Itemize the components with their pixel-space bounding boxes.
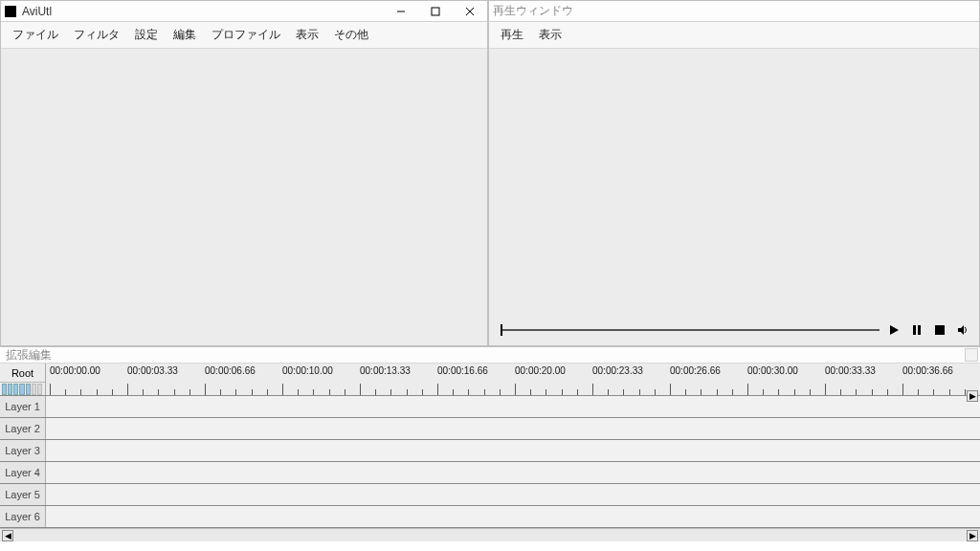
playback-client-area [489,49,979,345]
layer-track[interactable] [46,440,980,461]
menu-settings[interactable]: 設定 [129,25,164,45]
layer-label[interactable]: Layer 5 [0,484,46,505]
ext-title: 拡張編集 [6,347,52,364]
menu-play-view[interactable]: 表示 [533,25,568,45]
seek-thumb[interactable] [501,324,502,336]
svg-rect-6 [918,325,921,335]
layer-label[interactable]: Layer 1 [0,396,46,417]
root-label[interactable]: Root [0,364,45,383]
layer-track[interactable] [46,506,980,527]
playback-titlebar[interactable]: 再生ウィンドウ [489,1,979,22]
layers-container: Layer 1Layer 2Layer 3Layer 4Layer 5Layer… [0,396,980,528]
layer-track[interactable] [46,484,980,505]
layer-track[interactable] [46,396,980,417]
main-titlebar[interactable]: AviUtl [1,1,487,22]
close-button[interactable] [453,1,487,22]
root-cell: Root [0,364,46,395]
extended-editing-window: 拡張編集 Root 00:00:00.0000:00:03.3300:00:06… [0,346,980,541]
layer-label[interactable]: Layer 3 [0,440,46,461]
pause-button[interactable] [908,321,925,339]
scroll-left-icon[interactable]: ◀ [2,530,13,541]
menu-profile[interactable]: プロファイル [206,25,286,45]
time-label: 00:00:16.66 [437,365,488,376]
layer-row[interactable]: Layer 2 [0,418,980,440]
aviutl-main-window: AviUtl ファイル フィルタ 設定 編集 プロファイル 表示 その他 [0,0,488,346]
play-button[interactable] [885,321,902,339]
horizontal-scrollbar[interactable]: ◀ ▶ [0,528,980,541]
layer-row[interactable]: Layer 5 [0,484,980,506]
menu-edit[interactable]: 編集 [167,25,202,45]
playback-title: 再生ウィンドウ [493,3,573,19]
playback-controls [501,320,971,340]
ext-close-button[interactable] [965,348,978,362]
layer-track[interactable] [46,462,980,483]
layer-label[interactable]: Layer 6 [0,506,46,527]
menu-file[interactable]: ファイル [7,25,64,45]
time-label: 00:00:03.33 [127,365,178,376]
svg-marker-8 [958,325,964,335]
time-label: 00:00:20.00 [515,365,566,376]
minimize-button[interactable] [384,1,418,22]
volume-button[interactable] [954,321,971,339]
scroll-right-icon[interactable]: ▶ [967,530,978,541]
main-menubar: ファイル フィルタ 設定 編集 プロファイル 表示 その他 [1,22,487,49]
aviutl-app-icon [5,6,16,17]
time-label: 00:00:26.66 [670,365,721,376]
layer-row[interactable]: Layer 3 [0,440,980,462]
layer-row[interactable]: Layer 6 [0,506,980,528]
layer-label[interactable]: Layer 4 [0,462,46,483]
zoom-slider[interactable] [2,384,44,395]
time-label: 00:00:30.00 [747,365,798,376]
menu-filter[interactable]: フィルタ [68,25,125,45]
time-label: 00:00:10.00 [282,365,333,376]
time-label: 00:00:23.33 [592,365,643,376]
main-client-area [1,49,487,345]
svg-rect-5 [913,325,916,335]
time-label: 00:00:06.66 [205,365,256,376]
time-label: 00:00:00.00 [50,365,100,376]
svg-marker-4 [890,325,899,335]
maximize-button[interactable] [418,1,453,22]
svg-rect-1 [432,8,439,15]
menu-view[interactable]: 表示 [290,25,324,45]
ruler-scroll-right-icon[interactable]: ▶ [967,390,978,402]
menu-play[interactable]: 再生 [495,25,529,45]
layer-track[interactable] [46,418,980,439]
layer-label[interactable]: Layer 2 [0,418,46,439]
layer-row[interactable]: Layer 1 [0,396,980,418]
playback-window: 再生ウィンドウ 再生 表示 [488,0,980,346]
stop-button[interactable] [931,321,948,339]
main-title: AviUtl [22,5,52,18]
time-label: 00:00:36.66 [902,365,953,376]
layer-row[interactable]: Layer 4 [0,462,980,484]
timeline-ruler[interactable]: 00:00:00.0000:00:03.3300:00:06.6600:00:1… [46,364,980,395]
playback-menubar: 再生 表示 [489,22,979,49]
seek-bar[interactable] [501,329,880,331]
time-label: 00:00:33.33 [825,365,876,376]
svg-rect-7 [935,325,945,335]
menu-other[interactable]: その他 [328,25,374,45]
ext-titlebar[interactable]: 拡張編集 [0,346,980,364]
time-label: 00:00:13.33 [360,365,411,376]
